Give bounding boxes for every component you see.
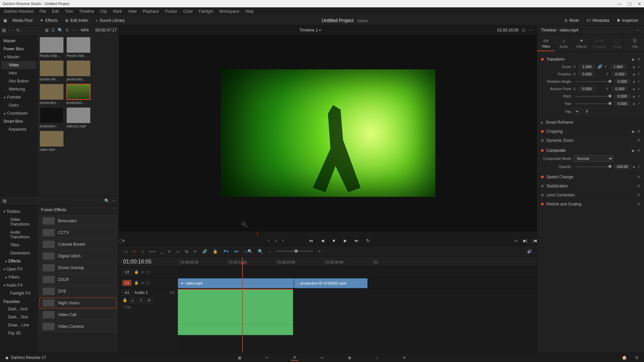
keyframe-icon[interactable]: ◆	[633, 87, 635, 91]
track-enable-icon[interactable]: ▢	[146, 270, 150, 274]
flip-v-button[interactable]: ⇵	[583, 108, 591, 115]
blade-tool-icon[interactable]: ⎯	[160, 249, 163, 254]
lock-icon[interactable]: 🔒	[134, 270, 139, 274]
video-clip[interactable]: ✦video.mp4	[178, 278, 294, 288]
reverse-icon[interactable]: ◀	[319, 238, 325, 244]
mixer-button[interactable]: ⎚ Mixer	[563, 17, 581, 24]
reset-icon[interactable]: ↺	[637, 193, 640, 197]
media-pool-icon[interactable]: ▣	[3, 18, 7, 23]
track-enable-icon[interactable]: ▢	[146, 281, 150, 285]
track-label[interactable]: A1	[122, 290, 131, 296]
fx-category[interactable]: Titles	[1, 241, 36, 249]
track-header-v1[interactable]: V1 🔒▭▢	[119, 277, 178, 288]
enable-dot-icon[interactable]	[541, 149, 544, 152]
page-media-icon[interactable]: ▣	[236, 355, 243, 361]
sort-mode[interactable]: V...	[16, 28, 22, 33]
menu-item[interactable]: Fairlight	[199, 9, 213, 14]
next-edit-icon[interactable]: ›	[282, 238, 284, 243]
tab-video[interactable]: ▭Video	[537, 35, 555, 51]
track-label[interactable]: V2	[122, 269, 131, 275]
thumb-view-icon[interactable]: ▦	[45, 28, 49, 33]
auto-select-icon[interactable]: ▭	[141, 270, 144, 274]
enable-dot-icon[interactable]	[541, 130, 544, 133]
marker-icon[interactable]: ●▾	[234, 249, 238, 254]
menu-item[interactable]: Mark	[113, 9, 122, 14]
rotation-field[interactable]: 0.000	[614, 79, 631, 84]
reset-icon[interactable]: ↺	[637, 80, 640, 83]
bin-item[interactable]: Abo Button	[1, 77, 36, 85]
effect-item[interactable]: CCTV	[40, 227, 117, 238]
group-stabilization[interactable]: Stabilization	[546, 184, 568, 188]
reset-icon[interactable]: ↺	[637, 138, 640, 143]
group-speed-change[interactable]: Speed Change	[546, 175, 573, 179]
effect-item[interactable]: Binoculars	[40, 216, 117, 226]
enable-dot-icon[interactable]	[541, 139, 544, 142]
clip-thumbnail[interactable]: Pexels Vide…	[66, 37, 91, 58]
record-icon[interactable]: ◎	[129, 298, 136, 303]
first-frame-icon[interactable]: ⏮	[308, 238, 314, 244]
project-settings-icon[interactable]: ⚙	[635, 355, 639, 360]
program-viewer[interactable]	[119, 35, 537, 231]
options-icon[interactable]: ⋯	[636, 28, 640, 33]
timeline-timecode[interactable]: 01:00:16:05	[119, 257, 178, 266]
menu-item[interactable]: DaVinci Resolve	[4, 9, 34, 14]
fx-category-effects[interactable]: Effects	[1, 257, 36, 265]
reset-icon[interactable]: ↺	[637, 184, 640, 188]
reset-icon[interactable]: ↺	[637, 148, 640, 153]
prev-clip-icon[interactable]: |◀	[533, 238, 537, 243]
pos-y-field[interactable]: 0.000	[611, 71, 628, 77]
inspector-button[interactable]: ✱ Inspector	[615, 17, 641, 24]
dynamic-trim-icon[interactable]: ⟷	[149, 249, 155, 254]
fx-fav[interactable]: Dark…Text	[1, 313, 36, 321]
playhead[interactable]	[242, 257, 243, 353]
timeline-name[interactable]: Timeline 1	[300, 28, 318, 33]
stop-icon[interactable]: ■	[331, 238, 337, 244]
fx-toolbox[interactable]: Toolbox	[1, 207, 36, 216]
bin-item[interactable]: Master	[1, 53, 36, 61]
solo-button[interactable]: S	[138, 298, 144, 303]
group-lens-correction[interactable]: Lens Correction	[546, 193, 575, 197]
keyframe-icon[interactable]: ◆	[633, 65, 635, 69]
bin-view-icon[interactable]: ▤	[2, 28, 6, 33]
zoom-slider[interactable]	[276, 251, 313, 252]
replace-clip-icon[interactable]: ⇆	[185, 249, 188, 254]
close-icon[interactable]: ✕	[638, 1, 641, 6]
effect-item[interactable]: Digital Glitch	[40, 251, 117, 261]
clip-thumbnail[interactable]: Pexels Vide…	[40, 37, 64, 58]
keyframe-icon[interactable]: ◆	[633, 165, 635, 169]
expand-icon[interactable]: ▸	[541, 120, 543, 125]
menu-item[interactable]: Trim	[65, 9, 73, 14]
viewer-zoom[interactable]: 44%	[81, 28, 89, 33]
search-icon[interactable]: 🔍	[58, 28, 63, 33]
timeline-view-icon[interactable]: ▭	[124, 249, 127, 254]
keyframe-icon[interactable]: ◆	[632, 57, 634, 62]
keyframe-icon[interactable]: ◆	[632, 129, 634, 134]
loop-icon[interactable]: ↻	[365, 238, 371, 244]
audio-clip[interactable]	[178, 289, 293, 335]
clip-thumbnail[interactable]: video.mp4	[40, 131, 64, 152]
group-dynamic-zoom[interactable]: Dynamic Zoom	[546, 138, 574, 143]
menu-item[interactable]: File	[40, 9, 46, 14]
enable-dot-icon[interactable]	[541, 203, 544, 205]
group-smart-reframe[interactable]: Smart Reframe	[546, 120, 573, 125]
bin-item[interactable]: Intro	[1, 69, 36, 77]
track-v1[interactable]: ✦video.mp4 ↕production ID 4763035.mp4	[178, 277, 537, 289]
track-header-a1[interactable]: A1 Audio 1 2.0 🔒 ◎ S M 1 Clip	[119, 288, 178, 335]
effect-item[interactable]: Video Camera	[40, 321, 117, 332]
page-fairlight-icon[interactable]: ♪	[373, 355, 381, 361]
lock-icon[interactable]: 🔒	[122, 298, 127, 303]
match-frame-icon[interactable]: ▭	[514, 238, 518, 243]
effects-button[interactable]: ✦ Effects	[38, 17, 59, 24]
reset-icon[interactable]: ↺	[637, 165, 640, 169]
fx-audiofx[interactable]: Audio FX	[1, 281, 36, 289]
loop-mode-icon[interactable]: ○	[275, 238, 277, 243]
zoom-x-field[interactable]: 1.000	[579, 64, 595, 69]
enable-dot-icon[interactable]	[541, 194, 544, 196]
play-icon[interactable]: ▶	[342, 238, 348, 244]
reset-icon[interactable]: ↺	[637, 202, 640, 206]
menu-item[interactable]: View	[128, 9, 137, 14]
selection-tool-icon[interactable]: ↖	[133, 249, 136, 254]
clip-thumbnail[interactable]: pexels-tary…	[66, 60, 91, 81]
menu-item[interactable]: Workspace	[219, 9, 239, 14]
zoom-fit-icon[interactable]: 🔍	[258, 249, 263, 254]
